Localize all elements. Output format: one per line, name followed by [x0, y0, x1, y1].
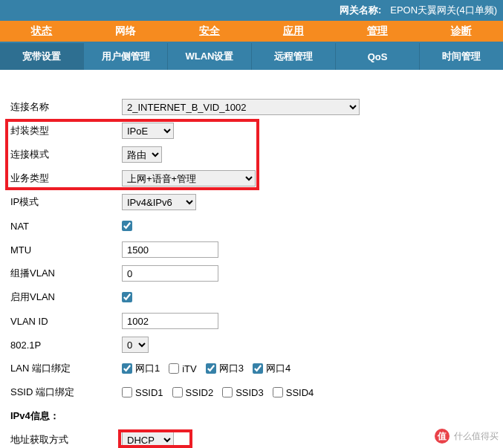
input-vlan-id[interactable]	[122, 313, 218, 329]
input-mc-vlan[interactable]	[122, 265, 218, 282]
row-ssid-bind: SSID 端口绑定 SSID1 SSID2 SSID3 SSID4	[10, 380, 503, 404]
select-addr-mode[interactable]: DHCP	[122, 432, 174, 448]
label-ip-mode: IP模式	[10, 195, 122, 209]
checkbox-ssid1[interactable]	[122, 387, 132, 397]
label-8021p: 802.1P	[10, 340, 122, 351]
subnav-time[interactable]: 时间管理	[420, 43, 503, 70]
subnav-qos[interactable]: QoS	[336, 43, 420, 70]
subnav-userside[interactable]: 用户侧管理	[84, 43, 168, 70]
watermark-text: 什么值得买	[454, 430, 499, 443]
text-ssid2: SSID2	[186, 387, 214, 398]
checkbox-ssid3[interactable]	[222, 387, 233, 397]
checkbox-vlan-enable[interactable]	[122, 292, 132, 302]
nav-status[interactable]: 状态	[0, 21, 84, 42]
label-ssid-bind: SSID 端口绑定	[10, 386, 122, 399]
label-mtu: MTU	[10, 244, 122, 256]
label-ipv4-info: IPv4信息：	[10, 409, 122, 423]
nav-app[interactable]: 应用	[251, 21, 335, 42]
subnav-remote[interactable]: 远程管理	[252, 43, 336, 70]
label-biz-type: 业务类型	[10, 172, 122, 185]
row-nat: NAT	[10, 214, 503, 238]
checkbox-lan3[interactable]	[206, 363, 216, 374]
row-8021p: 802.1P 0	[10, 333, 503, 357]
text-ssid4: SSID4	[286, 387, 314, 398]
row-encap-type: 封装类型 IPoE	[10, 119, 503, 143]
label-encap-type: 封装类型	[10, 124, 122, 137]
checkbox-nat[interactable]	[122, 221, 132, 231]
nav-network[interactable]: 网络	[84, 21, 168, 42]
row-conn-mode: 连接模式 路由	[10, 143, 503, 166]
row-vlan-enable: 启用VLAN	[10, 285, 503, 309]
row-lan-bind: LAN 端口绑定 网口1 iTV 网口3 网口4	[10, 357, 503, 380]
label-addr-mode: 地址获取方式	[10, 433, 122, 447]
main-nav: 状态 网络 安全 应用 管理 诊断	[0, 21, 503, 43]
checkbox-lan4[interactable]	[253, 363, 263, 374]
row-vlan-id: VLAN ID	[10, 309, 503, 333]
row-connection-name: 连接名称 2_INTERNET_B_VID_1002	[10, 95, 503, 119]
text-lan1: 网口1	[135, 362, 160, 375]
label-nat: NAT	[10, 221, 122, 232]
nav-security[interactable]: 安全	[168, 21, 252, 42]
watermark-logo-icon: 值	[435, 429, 450, 444]
checkbox-ssid4[interactable]	[273, 387, 283, 397]
gateway-name-value: EPON天翼网关(4口单频)	[390, 4, 497, 17]
nav-manage[interactable]: 管理	[335, 21, 419, 42]
label-mc-vlan: 组播VLAN	[10, 267, 122, 280]
row-ip-mode: IP模式 IPv4&IPv6	[10, 190, 503, 214]
row-addr-mode: 地址获取方式 DHCP	[10, 428, 503, 448]
row-ipv4-info: IPv4信息：	[10, 404, 503, 428]
checkbox-lan1[interactable]	[122, 363, 132, 374]
select-connection-name[interactable]: 2_INTERNET_B_VID_1002	[122, 99, 360, 115]
text-itv: iTV	[182, 363, 197, 374]
input-mtu[interactable]	[122, 241, 218, 258]
subnav-wlan[interactable]: WLAN设置	[168, 43, 252, 70]
select-ip-mode[interactable]: IPv4&IPv6	[122, 194, 196, 210]
select-encap-type[interactable]: IPoE	[122, 123, 174, 139]
row-mc-vlan: 组播VLAN	[10, 262, 503, 285]
watermark: 值 什么值得买	[435, 429, 499, 444]
select-biz-type[interactable]: 上网+语音+管理	[122, 170, 256, 186]
label-vlan-enable: 启用VLAN	[10, 290, 122, 304]
label-vlan-id: VLAN ID	[10, 316, 122, 327]
row-biz-type: 业务类型 上网+语音+管理	[10, 166, 503, 190]
checkbox-ssid2[interactable]	[172, 387, 183, 397]
select-8021p[interactable]: 0	[122, 337, 149, 353]
gateway-name-label: 网关名称:	[340, 4, 381, 17]
text-lan3: 网口3	[219, 362, 244, 375]
text-ssid3: SSID3	[236, 387, 264, 398]
text-lan4: 网口4	[266, 362, 291, 375]
header-strip: 网关名称: EPON天翼网关(4口单频)	[0, 0, 503, 21]
subnav-broadband[interactable]: 宽带设置	[0, 43, 84, 70]
label-connection-name: 连接名称	[10, 100, 122, 114]
select-conn-mode[interactable]: 路由	[122, 146, 162, 163]
text-ssid1: SSID1	[135, 387, 163, 398]
row-mtu: MTU	[10, 238, 503, 262]
sub-nav: 宽带设置 用户侧管理 WLAN设置 远程管理 QoS 时间管理	[0, 43, 503, 70]
label-lan-bind: LAN 端口绑定	[10, 362, 122, 375]
label-conn-mode: 连接模式	[10, 148, 122, 161]
nav-diag[interactable]: 诊断	[419, 21, 503, 42]
checkbox-itv[interactable]	[169, 363, 179, 374]
form-area: 连接名称 2_INTERNET_B_VID_1002 封装类型 IPoE 连接模…	[0, 70, 503, 448]
